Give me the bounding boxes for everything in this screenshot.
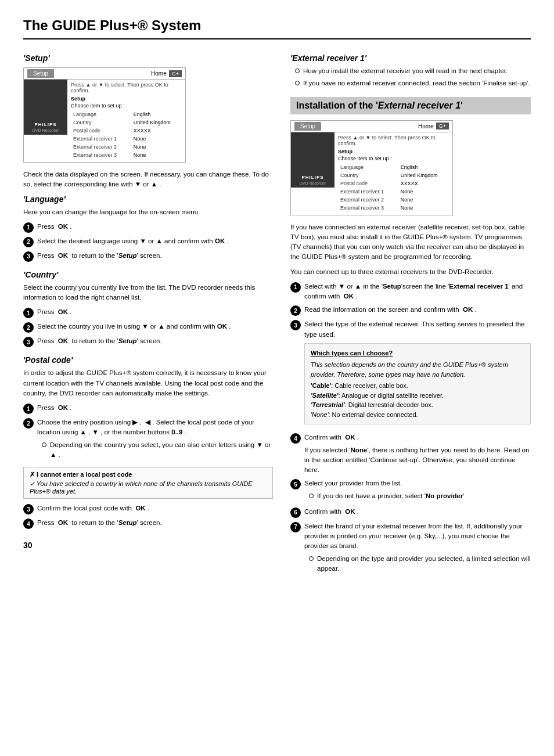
- step-number: 2: [23, 237, 34, 247]
- install-steps: 1 Select with ▼ or ▲ in the 'Setup'scree…: [290, 282, 531, 576]
- step-number: 3: [23, 337, 34, 347]
- step-content: Confirm with OK .: [304, 507, 531, 517]
- step-number: 6: [290, 507, 301, 518]
- left-column: 'Setup' Setup Home G+ PHILIPS DVD Record…: [23, 53, 273, 579]
- ext-receiver-intro: 'External receiver 1' How you install th…: [290, 53, 531, 89]
- step-item: 2 Select the country you live in using ▼…: [23, 322, 273, 333]
- which-types-item: 'Satellite': Analogue or digital satelli…: [311, 391, 524, 401]
- guide-icon-2: G+: [436, 123, 449, 129]
- table-row: LanguageEnglish: [72, 111, 181, 118]
- step-content: Press OK .: [37, 222, 273, 232]
- screen-instruction-2: Press ▲ or ▼ to select. Then press OK to…: [338, 135, 449, 146]
- step-number: 5: [290, 479, 301, 489]
- table-row: External receiver 1None: [339, 188, 448, 195]
- table-row: External receiver 3None: [339, 204, 448, 211]
- postal-code-steps-2: 3 Confirm the local post code with OK . …: [23, 503, 273, 529]
- bullet-circle: [309, 494, 314, 498]
- postal-code-intro: In order to adjust the GUIDE Plus+® syst…: [23, 368, 273, 398]
- setup-tab: Setup: [27, 69, 54, 78]
- thumb-label-2: DVD Recorder: [300, 181, 326, 185]
- setup-body-text: Check the data displayed on the screen. …: [23, 170, 273, 190]
- which-types-title: Which types can I choose?: [311, 348, 524, 358]
- language-title: 'Language': [23, 195, 273, 204]
- right-column: 'External receiver 1' How you install th…: [290, 53, 531, 579]
- step-number: 2: [290, 305, 301, 316]
- bullet-circle: [295, 69, 300, 73]
- table-row: CountryUnited Kingdom: [339, 172, 448, 179]
- setup-tab-2: Setup: [294, 122, 321, 131]
- install-body-para2: You can connect up to three external rec…: [290, 267, 531, 277]
- step-content: Select the brand of your external receiv…: [304, 521, 531, 576]
- step-number: 1: [23, 404, 34, 414]
- which-types-intro: This selection depends on the country an…: [311, 360, 524, 379]
- table-row: External receiver 3None: [72, 152, 181, 159]
- step-item: 3 Confirm the local post code with OK .: [23, 503, 273, 514]
- step-number: 4: [290, 433, 301, 444]
- screen-section-label-2: Setup: [338, 149, 449, 154]
- step-content: Select the desired language using ▼ or ▲…: [37, 236, 273, 246]
- table-row: External receiver 1None: [72, 135, 181, 142]
- country-steps: 1 Press OK . 2 Select the country you li…: [23, 307, 273, 347]
- bullet-item: If you have no external receiver connect…: [295, 78, 531, 88]
- language-subsection: 'Language' Here you can change the langu…: [23, 195, 273, 262]
- step-content: Press OK to return to the 'Setup' screen…: [37, 251, 273, 261]
- installation-header: Installation of the 'External receiver 1…: [290, 97, 531, 114]
- which-types-item: 'Terrestrial': Digital terrestrial decod…: [311, 400, 524, 410]
- step-item: 6 Confirm with OK .: [290, 507, 531, 518]
- step-number: 3: [23, 251, 34, 262]
- country-title: 'Country': [23, 270, 273, 279]
- step-number: 4: [23, 519, 34, 529]
- home-tab-area: Home G+: [151, 70, 182, 77]
- step-content: Select the country you live in using ▼ o…: [37, 322, 273, 332]
- step-content: Read the information on the screen and c…: [304, 305, 531, 315]
- ext-receiver-title: 'External receiver 1': [290, 53, 531, 63]
- step-item: 3 Press OK to return to the 'Setup' scre…: [23, 251, 273, 262]
- step-item: 1 Press OK .: [23, 222, 273, 233]
- step-content: Select your provider from the list. If y…: [304, 478, 531, 503]
- screen-thumbnail-2: PHILIPS DVD Recorder: [291, 132, 334, 188]
- install-body-para1: If you have connected an external receiv…: [290, 222, 531, 262]
- table-row: LanguageEnglish: [339, 164, 448, 171]
- page-title: The GUIDE Plus+® System: [23, 17, 531, 39]
- thumb-label: DVD Recorder: [33, 128, 59, 132]
- page-number: 30: [23, 541, 273, 550]
- step-content: Press OK to return to the 'Setup' screen…: [37, 518, 273, 528]
- step-item: 3 Select the type of the external receiv…: [290, 319, 531, 429]
- setup-section-title: 'Setup': [23, 53, 273, 63]
- step-item: 2 Read the information on the screen and…: [290, 305, 531, 316]
- table-row: External receiver 2None: [72, 143, 181, 150]
- step-number: 3: [290, 320, 301, 330]
- setup-screen-2: Setup Home G+ PHILIPS DVD Recorder Press…: [290, 120, 453, 215]
- table-row: External receiver 2None: [339, 196, 448, 203]
- step-content: Confirm the local post code with OK .: [37, 503, 273, 513]
- setup-table-2: LanguageEnglish CountryUnited Kingdom Po…: [338, 163, 449, 213]
- philips-logo-2: PHILIPS: [301, 175, 323, 180]
- screen-instruction: Press ▲ or ▼ to select. Then press OK to…: [71, 82, 182, 93]
- home-label-2: Home: [418, 123, 434, 129]
- step-content: Confirm with OK . If you selected 'None'…: [304, 433, 531, 475]
- screen-section-label: Setup: [71, 96, 182, 102]
- table-row: Postal codeXXXXX: [72, 127, 181, 134]
- philips-logo: PHILIPS: [34, 122, 56, 127]
- bullet-text: Depending on the type and provider you s…: [317, 554, 531, 574]
- step-content: Press OK .: [37, 403, 273, 413]
- step-content: Select the type of the external receiver…: [304, 319, 531, 429]
- postal-code-steps: 1 Press OK . 2 Choose the entry position…: [23, 403, 273, 462]
- step-content: Select with ▼ or ▲ in the 'Setup'screen …: [304, 282, 531, 302]
- bullet-text: How you install the external receiver yo…: [303, 66, 508, 76]
- warn-title: ✗ I cannot enter a local post code: [30, 471, 267, 478]
- step-number: 1: [23, 308, 34, 318]
- which-types-item: 'None': No external device connected.: [311, 410, 524, 420]
- step-number: 1: [290, 282, 301, 293]
- installation-title: Installation of the 'External receiver 1…: [296, 100, 525, 111]
- bullet-circle: [295, 81, 300, 85]
- step-number: 3: [23, 504, 34, 514]
- setup-table-1: LanguageEnglish CountryUnited Kingdom Po…: [71, 110, 182, 160]
- setup-screen-1: Setup Home G+ PHILIPS DVD Recorder Press…: [23, 67, 186, 163]
- step-item: 3 Press OK to return to the 'Setup' scre…: [23, 336, 273, 347]
- step-item: 2 Select the desired language using ▼ or…: [23, 236, 273, 247]
- warn-text: ✓ You have selected a country in which n…: [30, 480, 267, 495]
- step-number: 2: [23, 418, 34, 429]
- bullet-text: Depending on the country you select, you…: [50, 440, 273, 460]
- step-number: 2: [23, 322, 34, 333]
